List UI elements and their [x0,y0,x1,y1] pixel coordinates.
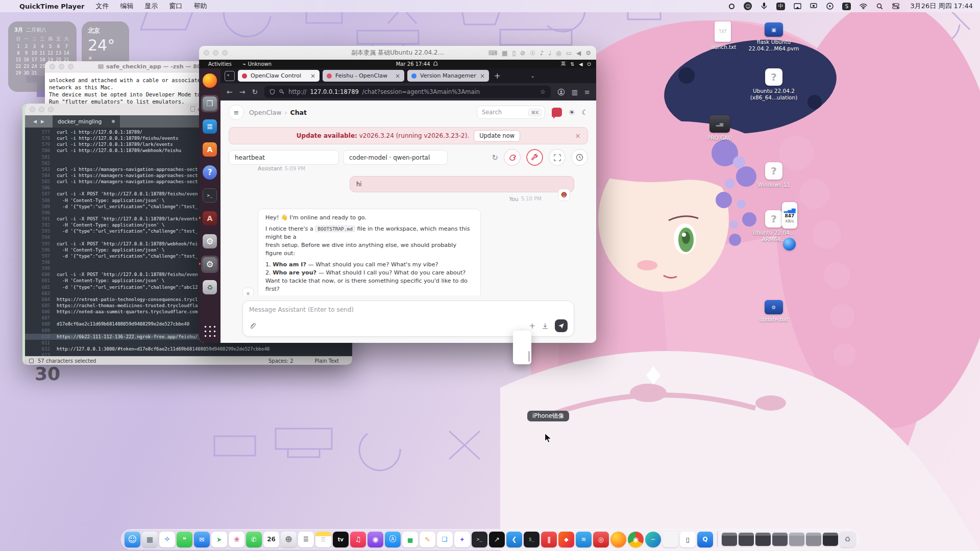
display-share-icon[interactable] [810,2,818,10]
back-button[interactable]: ← [227,88,233,96]
tab-list-icon[interactable] [225,71,235,81]
tab-close-icon[interactable]: × [310,72,315,80]
blue-q-app[interactable]: Q [697,532,713,547]
search-icon[interactable] [875,2,884,10]
menu-bar-clock[interactable]: 3月26日 周四 17:44 [910,2,973,11]
vm-windows-11[interactable]: ? Windows 11 [749,162,798,188]
bookmark-star-icon[interactable]: ☆ [540,88,546,95]
sidebar-toggle-button[interactable]: ≡ [229,105,244,120]
app-menu-icon[interactable]: ≡ [584,88,590,96]
jetbrains-app[interactable]: ◆ [558,532,574,547]
refresh-icon[interactable]: ↻ [492,153,498,162]
assistant-message-bubble[interactable]: Hey! 👋 I'm online and ready to go. I not… [258,209,481,295]
history-clock-button[interactable] [571,149,588,166]
url-bar[interactable]: http://127.0.0.1:18789/chat?session=agen… [264,86,551,98]
terminal[interactable]: >_ [472,532,487,547]
menu-item[interactable]: 帮助 [193,2,207,11]
minimized-window[interactable] [755,533,771,546]
breadcrumb-app[interactable]: OpenClaw [249,109,281,116]
blue-app-shortcut[interactable] [783,238,796,251]
menu-item[interactable]: 窗口 [169,2,182,11]
claw-button[interactable] [504,149,521,166]
libreoffice-writer[interactable]: ≣ [201,118,218,135]
power-icon[interactable]: ⏻ [587,61,591,67]
music[interactable]: ♫ [350,532,366,547]
input-language-indicator[interactable]: 英 [561,61,566,67]
s-app-icon[interactable]: S [842,3,851,10]
usb-icon[interactable]: ▯ [512,49,516,57]
permissions-key-icon[interactable] [279,89,285,95]
reminders[interactable]: ☰ [298,532,314,547]
user-message-bubble[interactable]: hi [350,176,574,192]
numbers[interactable]: ▅ [402,532,418,547]
item-pro-gau[interactable]: ▂▅ PRO GAU [695,115,744,141]
back-icon[interactable]: ◀ [576,49,581,57]
record-icon[interactable] [727,2,736,10]
chrome[interactable]: ◉ [628,532,644,547]
file-update-bat[interactable]: ⚙ update.bat [749,300,798,323]
minimized-window[interactable] [789,533,804,546]
minimized-window[interactable] [739,533,754,546]
emoji-icon[interactable]: ☺ [744,2,752,10]
network-monitor-widget[interactable]: ▂▄▆ 847 KB/s [782,202,797,229]
edge[interactable]: ∽ [645,532,661,547]
editor-line[interactable]: 613 [25,352,352,356]
freeform[interactable]: ✦ [454,532,470,547]
terminal[interactable]: >_ [201,187,218,204]
library-icon[interactable]: ▥ [572,88,578,96]
files[interactable]: ❒ [201,95,218,112]
keyboard-icon[interactable]: ⌨ [488,49,497,57]
active-app-menu[interactable]: QuickTime Player [19,3,84,10]
pages[interactable]: ✎ [420,532,435,547]
account-icon[interactable] [557,88,565,96]
composer-placeholder[interactable]: Message Assistant (Enter to send) [249,306,568,313]
update-now-button[interactable]: Update now [474,130,520,142]
light-theme-icon[interactable]: ☀ [569,108,575,116]
banner-close-icon[interactable]: × [575,132,581,140]
podcasts[interactable]: ◉ [368,532,383,547]
wifi-icon[interactable] [859,2,867,10]
launchpad[interactable]: ▦ [142,532,158,547]
reload-button[interactable]: ↻ [252,88,258,96]
white-app[interactable] [663,532,678,547]
safari[interactable]: ✧ [159,532,175,547]
screen-mirroring-icon[interactable] [793,2,801,10]
editor-tab[interactable]: docker_mingling [53,115,120,128]
app-store[interactable]: Ⓐ [385,532,401,547]
chat-scroll-area[interactable]: Assistant5:09 PM hi You5:10 PM ☻ ★ Hey! … [220,166,596,295]
scan-button[interactable] [549,149,566,166]
iphone-mirroring[interactable]: ▯ [680,532,696,547]
stocks[interactable]: ↗ [489,532,505,547]
shield-icon[interactable] [270,89,275,95]
minimized-window[interactable] [806,533,821,546]
photos[interactable]: ❀ [229,532,244,547]
ubuntu-software[interactable]: A [201,141,218,158]
sound-icon[interactable]: ♪ [540,49,544,57]
vm-title-bar[interactable]: 副本隶属 基础Ubuntu 22.04.2… ⌨▦▯⊘☉♪♩◎▭◀⚙ [199,46,596,60]
vm-window-ubuntu[interactable]: 副本隶属 基础Ubuntu 22.04.2… ⌨▦▯⊘☉♪♩◎▭◀⚙ Activ… [199,46,596,343]
parallels[interactable]: ∥ [541,532,557,547]
tab-dropdown-icon[interactable]: ⌄ [531,73,535,79]
blocked-icon[interactable]: ⊘ [520,49,525,57]
firefox[interactable] [201,72,218,89]
network-icon[interactable]: ⇅ [570,61,574,67]
menu-item[interactable]: 显示 [144,2,158,11]
iterm[interactable]: $_ [524,532,540,547]
attachment-icon[interactable] [249,322,256,330]
wrench-button[interactable] [526,149,543,166]
trash[interactable]: ♻ [840,532,855,547]
indent-status[interactable]: Spaces: 2 [268,358,293,364]
ubuntu-clock[interactable]: Mar 26 17:44 [396,61,438,67]
facetime[interactable]: ✆ [246,532,262,547]
keynote[interactable]: ❑ [437,532,453,547]
red-app[interactable]: ◎ [593,532,609,547]
app-grid[interactable] [201,322,218,340]
scrollbar-thumb[interactable] [528,351,530,362]
chat-bubble-icon[interactable] [552,108,562,117]
window-controls[interactable] [30,107,54,112]
vscode[interactable]: ❮ [506,532,522,547]
vm-ubuntu-x86[interactable]: ? Ubuntu 22.04.2 (x86_64...ulation) [749,68,798,101]
minimized-window[interactable] [722,533,737,546]
tv[interactable]: tv [333,532,349,547]
mic-icon[interactable]: ♩ [549,49,552,57]
